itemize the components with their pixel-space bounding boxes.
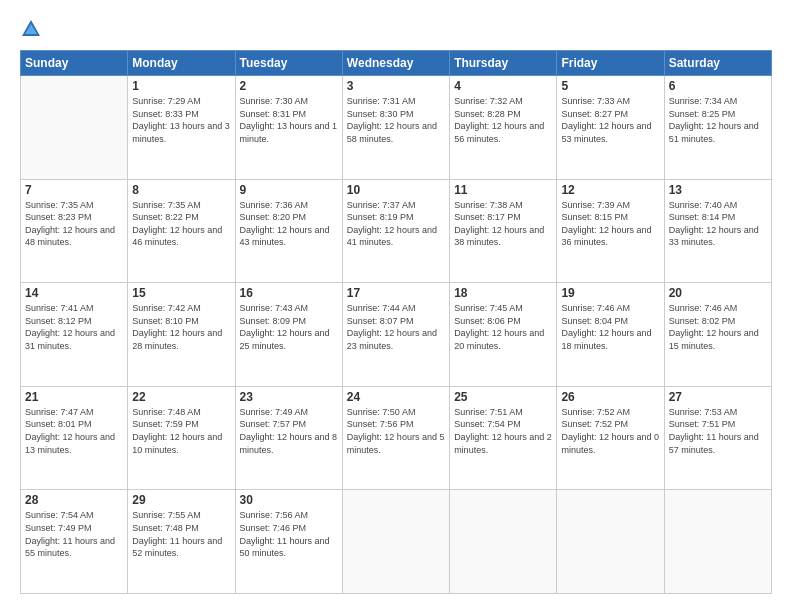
day-info: Sunrise: 7:48 AMSunset: 7:59 PMDaylight:…: [132, 406, 230, 456]
calendar-cell: 25Sunrise: 7:51 AMSunset: 7:54 PMDayligh…: [450, 386, 557, 490]
day-number: 22: [132, 390, 230, 404]
weekday-header-saturday: Saturday: [664, 51, 771, 76]
day-info: Sunrise: 7:35 AMSunset: 8:23 PMDaylight:…: [25, 199, 123, 249]
calendar-cell: 20Sunrise: 7:46 AMSunset: 8:02 PMDayligh…: [664, 283, 771, 387]
calendar-week-row: 14Sunrise: 7:41 AMSunset: 8:12 PMDayligh…: [21, 283, 772, 387]
day-info: Sunrise: 7:41 AMSunset: 8:12 PMDaylight:…: [25, 302, 123, 352]
day-info: Sunrise: 7:56 AMSunset: 7:46 PMDaylight:…: [240, 509, 338, 559]
day-info: Sunrise: 7:34 AMSunset: 8:25 PMDaylight:…: [669, 95, 767, 145]
calendar-cell: 17Sunrise: 7:44 AMSunset: 8:07 PMDayligh…: [342, 283, 449, 387]
day-number: 17: [347, 286, 445, 300]
weekday-header-row: SundayMondayTuesdayWednesdayThursdayFrid…: [21, 51, 772, 76]
day-number: 8: [132, 183, 230, 197]
day-number: 15: [132, 286, 230, 300]
day-info: Sunrise: 7:47 AMSunset: 8:01 PMDaylight:…: [25, 406, 123, 456]
day-info: Sunrise: 7:33 AMSunset: 8:27 PMDaylight:…: [561, 95, 659, 145]
day-info: Sunrise: 7:55 AMSunset: 7:48 PMDaylight:…: [132, 509, 230, 559]
day-info: Sunrise: 7:29 AMSunset: 8:33 PMDaylight:…: [132, 95, 230, 145]
day-number: 11: [454, 183, 552, 197]
day-info: Sunrise: 7:31 AMSunset: 8:30 PMDaylight:…: [347, 95, 445, 145]
calendar-cell: 1Sunrise: 7:29 AMSunset: 8:33 PMDaylight…: [128, 76, 235, 180]
day-number: 7: [25, 183, 123, 197]
day-number: 2: [240, 79, 338, 93]
day-info: Sunrise: 7:42 AMSunset: 8:10 PMDaylight:…: [132, 302, 230, 352]
day-number: 18: [454, 286, 552, 300]
day-number: 4: [454, 79, 552, 93]
calendar-cell: 8Sunrise: 7:35 AMSunset: 8:22 PMDaylight…: [128, 179, 235, 283]
day-number: 19: [561, 286, 659, 300]
day-info: Sunrise: 7:45 AMSunset: 8:06 PMDaylight:…: [454, 302, 552, 352]
calendar-cell: 4Sunrise: 7:32 AMSunset: 8:28 PMDaylight…: [450, 76, 557, 180]
day-info: Sunrise: 7:35 AMSunset: 8:22 PMDaylight:…: [132, 199, 230, 249]
day-number: 28: [25, 493, 123, 507]
calendar-cell: 5Sunrise: 7:33 AMSunset: 8:27 PMDaylight…: [557, 76, 664, 180]
day-number: 16: [240, 286, 338, 300]
calendar-cell: 7Sunrise: 7:35 AMSunset: 8:23 PMDaylight…: [21, 179, 128, 283]
logo: [20, 18, 46, 40]
day-number: 9: [240, 183, 338, 197]
calendar-cell: 14Sunrise: 7:41 AMSunset: 8:12 PMDayligh…: [21, 283, 128, 387]
day-info: Sunrise: 7:39 AMSunset: 8:15 PMDaylight:…: [561, 199, 659, 249]
day-info: Sunrise: 7:38 AMSunset: 8:17 PMDaylight:…: [454, 199, 552, 249]
calendar-cell: [21, 76, 128, 180]
calendar-cell: 11Sunrise: 7:38 AMSunset: 8:17 PMDayligh…: [450, 179, 557, 283]
calendar-cell: 18Sunrise: 7:45 AMSunset: 8:06 PMDayligh…: [450, 283, 557, 387]
calendar-cell: 6Sunrise: 7:34 AMSunset: 8:25 PMDaylight…: [664, 76, 771, 180]
day-info: Sunrise: 7:32 AMSunset: 8:28 PMDaylight:…: [454, 95, 552, 145]
day-number: 29: [132, 493, 230, 507]
calendar-cell: 3Sunrise: 7:31 AMSunset: 8:30 PMDaylight…: [342, 76, 449, 180]
calendar-week-row: 1Sunrise: 7:29 AMSunset: 8:33 PMDaylight…: [21, 76, 772, 180]
calendar-cell: 29Sunrise: 7:55 AMSunset: 7:48 PMDayligh…: [128, 490, 235, 594]
day-number: 20: [669, 286, 767, 300]
day-info: Sunrise: 7:36 AMSunset: 8:20 PMDaylight:…: [240, 199, 338, 249]
day-number: 24: [347, 390, 445, 404]
day-info: Sunrise: 7:52 AMSunset: 7:52 PMDaylight:…: [561, 406, 659, 456]
day-number: 14: [25, 286, 123, 300]
day-info: Sunrise: 7:30 AMSunset: 8:31 PMDaylight:…: [240, 95, 338, 145]
day-number: 21: [25, 390, 123, 404]
day-number: 25: [454, 390, 552, 404]
day-number: 27: [669, 390, 767, 404]
day-info: Sunrise: 7:49 AMSunset: 7:57 PMDaylight:…: [240, 406, 338, 456]
calendar-cell: 2Sunrise: 7:30 AMSunset: 8:31 PMDaylight…: [235, 76, 342, 180]
weekday-header-friday: Friday: [557, 51, 664, 76]
calendar-week-row: 21Sunrise: 7:47 AMSunset: 8:01 PMDayligh…: [21, 386, 772, 490]
calendar-cell: [664, 490, 771, 594]
weekday-header-thursday: Thursday: [450, 51, 557, 76]
day-number: 12: [561, 183, 659, 197]
calendar-cell: [342, 490, 449, 594]
calendar-cell: 12Sunrise: 7:39 AMSunset: 8:15 PMDayligh…: [557, 179, 664, 283]
calendar-cell: [557, 490, 664, 594]
calendar-cell: 19Sunrise: 7:46 AMSunset: 8:04 PMDayligh…: [557, 283, 664, 387]
calendar-week-row: 28Sunrise: 7:54 AMSunset: 7:49 PMDayligh…: [21, 490, 772, 594]
calendar-cell: 23Sunrise: 7:49 AMSunset: 7:57 PMDayligh…: [235, 386, 342, 490]
calendar-cell: 13Sunrise: 7:40 AMSunset: 8:14 PMDayligh…: [664, 179, 771, 283]
calendar-table: SundayMondayTuesdayWednesdayThursdayFrid…: [20, 50, 772, 594]
calendar-cell: 16Sunrise: 7:43 AMSunset: 8:09 PMDayligh…: [235, 283, 342, 387]
day-info: Sunrise: 7:54 AMSunset: 7:49 PMDaylight:…: [25, 509, 123, 559]
calendar-cell: 30Sunrise: 7:56 AMSunset: 7:46 PMDayligh…: [235, 490, 342, 594]
calendar-cell: [450, 490, 557, 594]
day-number: 5: [561, 79, 659, 93]
weekday-header-sunday: Sunday: [21, 51, 128, 76]
calendar-cell: 15Sunrise: 7:42 AMSunset: 8:10 PMDayligh…: [128, 283, 235, 387]
logo-icon: [20, 18, 42, 40]
day-info: Sunrise: 7:44 AMSunset: 8:07 PMDaylight:…: [347, 302, 445, 352]
calendar-cell: 28Sunrise: 7:54 AMSunset: 7:49 PMDayligh…: [21, 490, 128, 594]
calendar-cell: 27Sunrise: 7:53 AMSunset: 7:51 PMDayligh…: [664, 386, 771, 490]
day-info: Sunrise: 7:43 AMSunset: 8:09 PMDaylight:…: [240, 302, 338, 352]
day-number: 13: [669, 183, 767, 197]
day-info: Sunrise: 7:40 AMSunset: 8:14 PMDaylight:…: [669, 199, 767, 249]
day-info: Sunrise: 7:46 AMSunset: 8:04 PMDaylight:…: [561, 302, 659, 352]
header: [20, 18, 772, 40]
day-number: 6: [669, 79, 767, 93]
calendar-week-row: 7Sunrise: 7:35 AMSunset: 8:23 PMDaylight…: [21, 179, 772, 283]
weekday-header-tuesday: Tuesday: [235, 51, 342, 76]
day-number: 1: [132, 79, 230, 93]
day-number: 26: [561, 390, 659, 404]
day-info: Sunrise: 7:50 AMSunset: 7:56 PMDaylight:…: [347, 406, 445, 456]
day-info: Sunrise: 7:51 AMSunset: 7:54 PMDaylight:…: [454, 406, 552, 456]
day-info: Sunrise: 7:37 AMSunset: 8:19 PMDaylight:…: [347, 199, 445, 249]
calendar-cell: 24Sunrise: 7:50 AMSunset: 7:56 PMDayligh…: [342, 386, 449, 490]
day-info: Sunrise: 7:46 AMSunset: 8:02 PMDaylight:…: [669, 302, 767, 352]
